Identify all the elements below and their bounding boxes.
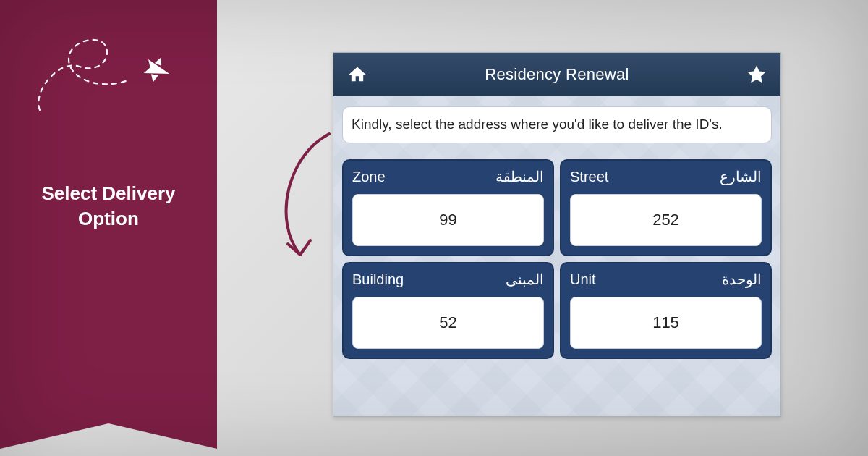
label-ar: المبنى [506,271,544,288]
heart-airplane-doodle [29,38,195,124]
instruction-box: Kindly, select the address where you'd l… [342,106,772,143]
label-en: Zone [352,169,386,185]
ribbon-tail [0,405,217,449]
app-body: Kindly, select the address where you'd l… [333,96,780,359]
side-heading: Select Delivery Option [0,181,217,232]
label-ar: الشارع [720,168,762,185]
card-unit[interactable]: Unit الوحدة 115 [560,262,772,359]
home-icon[interactable] [346,64,368,85]
building-value[interactable]: 52 [352,297,544,349]
unit-value[interactable]: 115 [570,297,762,349]
app-titlebar: Residency Renewal [333,53,780,96]
card-building[interactable]: Building المبنى 52 [342,262,554,359]
svg-marker-0 [0,405,217,449]
address-grid: Zone المنطقة 99 Street الشارع 252 Buildi… [342,159,772,359]
label-en: Unit [570,271,596,288]
app-title: Residency Renewal [485,65,629,84]
card-labels: Zone المنطقة [352,168,544,185]
label-ar: الوحدة [722,271,762,288]
card-street[interactable]: Street الشارع 252 [560,159,772,256]
card-labels: Unit الوحدة [570,271,762,288]
zone-value[interactable]: 99 [352,194,544,246]
card-labels: Street الشارع [570,168,762,185]
label-en: Building [352,271,404,288]
label-en: Street [570,169,608,185]
stage: Select Delivery Option Residency Renewal… [0,0,868,456]
card-labels: Building المبنى [352,271,544,288]
star-icon[interactable] [746,64,767,85]
street-value[interactable]: 252 [570,194,762,246]
label-ar: المنطقة [495,168,544,185]
card-zone[interactable]: Zone المنطقة 99 [342,159,554,256]
app-frame: Residency Renewal Kindly, select the add… [333,52,781,417]
side-panel: Select Delivery Option [0,0,217,405]
